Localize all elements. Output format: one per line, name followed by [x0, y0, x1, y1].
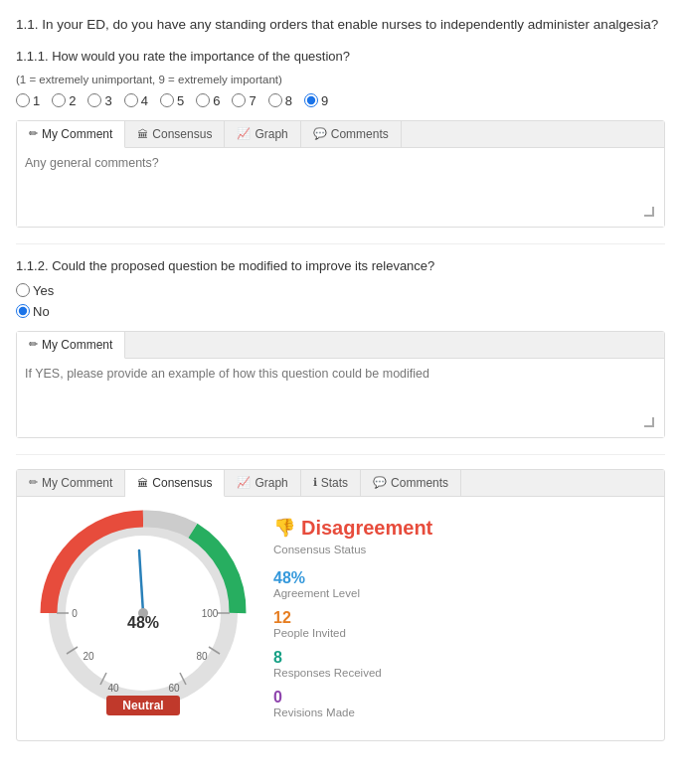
pencil-icon-3: ✏: [29, 476, 38, 489]
tick-label-40: 40: [107, 683, 119, 694]
comment-wrapper-1: [25, 156, 656, 219]
tab-my-comment-1[interactable]: ✏ My Comment: [17, 121, 125, 148]
tab-label: My Comment: [42, 338, 112, 352]
info-icon: ℹ: [313, 476, 317, 489]
comments-icon-2: 💬: [373, 476, 387, 489]
stats-side: 👎 Disagreement Consensus Status 48% Agre…: [273, 509, 652, 728]
scale-option-7[interactable]: 7: [232, 93, 255, 108]
agreement-value: 48%: [273, 569, 652, 587]
graph-icon: 📈: [237, 127, 251, 140]
pencil-icon: ✏: [29, 127, 38, 140]
tab-label: Graph: [255, 127, 287, 141]
tab-label: Stats: [321, 476, 348, 490]
consensus-panel: ✏ My Comment 🏛 Consensus 📈 Graph ℹ Stats…: [16, 469, 665, 741]
scale-radio-group: 1 2 3 4 5 6 7 8 9: [16, 93, 665, 108]
consensus-tab-bar: ✏ My Comment 🏛 Consensus 📈 Graph ℹ Stats…: [17, 470, 664, 497]
resize-handle[interactable]: [644, 207, 654, 217]
stat-people: 12 People Invited: [273, 609, 652, 639]
tab-graph-1[interactable]: 📈 Graph: [225, 121, 300, 147]
tab-graph-2[interactable]: 📈 Graph: [225, 470, 300, 496]
status-header: 👎 Disagreement: [273, 517, 652, 540]
gauge-container: 0 20 40 60 80 100: [29, 509, 257, 715]
sub2-tab-bar: ✏ My Comment: [17, 332, 664, 359]
resize-handle-2[interactable]: [644, 417, 654, 427]
scale-option-3[interactable]: 3: [87, 93, 111, 108]
tab-label: Consensus: [152, 127, 212, 141]
scale-option-2[interactable]: 2: [52, 93, 76, 108]
comment-textarea-1[interactable]: [25, 156, 656, 216]
scale-option-4[interactable]: 4: [124, 93, 148, 108]
sub2-tab-panel: ✏ My Comment: [16, 331, 665, 438]
tab-consensus-2[interactable]: 🏛 Consensus: [125, 470, 225, 497]
tab-comments-2[interactable]: 💬 Comments: [361, 470, 461, 496]
yes-no-group: Yes No: [16, 283, 665, 319]
sub-question-1: 1.1.1. How would you rate the importance…: [16, 49, 665, 64]
responses-value: 8: [273, 649, 652, 667]
agreement-label: Agreement Level: [273, 587, 652, 599]
section-divider-1: [16, 243, 665, 244]
revisions-label: Revisions Made: [273, 706, 652, 718]
tab-label: My Comment: [42, 127, 112, 141]
comment-wrapper-2: [25, 367, 656, 429]
tick-label-100: 100: [202, 608, 219, 619]
consensus-icon: 🏛: [137, 128, 148, 140]
option-no[interactable]: No: [16, 304, 665, 319]
graph-icon-2: 📈: [237, 476, 251, 489]
tab-label: Comments: [331, 127, 389, 141]
tab-label: Comments: [391, 476, 448, 490]
sub1-tab-content: [17, 148, 664, 227]
main-question: 1.1. In your ED, do you have any standin…: [16, 16, 665, 35]
tab-label: Consensus: [152, 476, 212, 490]
tab-stats[interactable]: ℹ Stats: [301, 470, 361, 496]
tab-label: My Comment: [42, 476, 112, 490]
scale-option-6[interactable]: 6: [196, 93, 220, 108]
tab-my-comment-2[interactable]: ✏ My Comment: [17, 332, 125, 359]
status-text: Disagreement: [301, 517, 432, 540]
tab-my-comment-3[interactable]: ✏ My Comment: [17, 470, 125, 496]
tab-label: Graph: [255, 476, 287, 490]
sub1-tab-panel: ✏ My Comment 🏛 Consensus 📈 Graph 💬 Comme…: [16, 120, 665, 228]
yes-label: Yes: [33, 283, 54, 298]
stat-responses: 8 Responses Received: [273, 649, 652, 679]
comments-icon: 💬: [313, 127, 327, 140]
gauge-center-value: 48%: [127, 614, 159, 631]
sub-question-2: 1.1.2. Could the proposed question be mo…: [16, 258, 665, 273]
tick-label-60: 60: [168, 683, 180, 694]
scale-option-5[interactable]: 5: [160, 93, 184, 108]
no-label: No: [33, 304, 50, 319]
tab-consensus-1[interactable]: 🏛 Consensus: [125, 121, 225, 147]
responses-label: Responses Received: [273, 667, 652, 679]
neutral-badge: Neutral: [106, 696, 179, 715]
tab-comments-1[interactable]: 💬 Comments: [301, 121, 402, 147]
option-yes[interactable]: Yes: [16, 283, 665, 298]
comment-textarea-2[interactable]: [25, 367, 656, 426]
people-label: People Invited: [273, 627, 652, 639]
section-divider-2: [16, 454, 665, 455]
stat-revisions: 0 Revisions Made: [273, 689, 652, 718]
sub2-tab-content: [17, 359, 664, 437]
scale-hint: (1 = extremely unimportant, 9 = extremel…: [16, 74, 665, 85]
scale-option-8[interactable]: 8: [268, 93, 292, 108]
tick-label-0: 0: [72, 608, 78, 619]
status-label: Consensus Status: [273, 544, 652, 555]
scale-option-9[interactable]: 9: [304, 93, 328, 108]
tick-label-80: 80: [196, 651, 208, 662]
stat-agreement: 48% Agreement Level: [273, 569, 652, 599]
pencil-icon-2: ✏: [29, 338, 38, 351]
thumbsdown-icon: 👎: [273, 517, 295, 539]
people-value: 12: [273, 609, 652, 627]
gauge-svg: 0 20 40 60 80 100: [39, 509, 248, 717]
tick-label-20: 20: [83, 651, 94, 662]
consensus-icon-2: 🏛: [137, 477, 148, 489]
sub1-tab-bar: ✏ My Comment 🏛 Consensus 📈 Graph 💬 Comme…: [17, 121, 664, 148]
consensus-content: 0 20 40 60 80 100: [17, 497, 664, 740]
scale-option-1[interactable]: 1: [16, 93, 40, 108]
revisions-value: 0: [273, 689, 652, 706]
